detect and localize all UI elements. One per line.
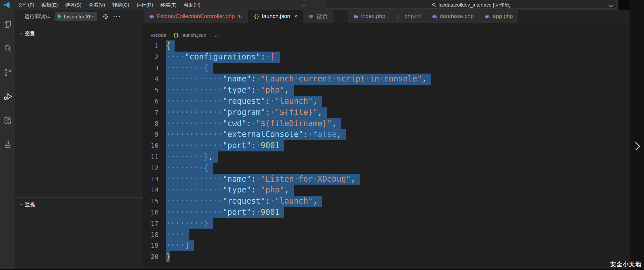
- breadcrumb-folder[interactable]: .vscode: [149, 32, 166, 38]
- command-center-text: facdatacolldev_interface [管理员]: [439, 2, 510, 8]
- tab-label: FactoryCollectionController.php: [157, 13, 235, 20]
- menu-item-1[interactable]: 编辑(E): [38, 0, 61, 10]
- menu-item-6[interactable]: 终端(T): [157, 0, 180, 10]
- code-line[interactable]: 18····: [143, 229, 630, 240]
- back-arrow-icon[interactable]: ←: [301, 2, 307, 8]
- code-line[interactable]: 1{: [143, 40, 630, 52]
- run-debug-sidebar: 运行和调试 Listen for XDebug ··· 变量 监视: [15, 10, 143, 269]
- search-icon[interactable]: [0, 36, 15, 60]
- tab-label: launch.json: [262, 13, 290, 20]
- code-line[interactable]: 19····]: [143, 240, 630, 251]
- section-divider: [15, 197, 143, 198]
- tab-gap: [333, 10, 348, 23]
- breadcrumb: .vscode › {} launch.json › …: [143, 23, 630, 40]
- selected-code: ············"program":·"${file}",: [166, 107, 327, 118]
- line-number: 15: [143, 196, 159, 207]
- menu-item-3[interactable]: 查看(V): [85, 0, 109, 10]
- tab-php.ini[interactable]: php.ini: [391, 10, 426, 23]
- code-line[interactable]: 2····"configurations":·[: [143, 52, 630, 63]
- php-elephant-icon: [353, 14, 358, 19]
- line-number: 7: [143, 107, 159, 118]
- close-icon[interactable]: ×: [294, 13, 297, 20]
- selected-code: ············"port":·9001: [166, 140, 284, 151]
- php-elephant-icon: [484, 14, 490, 19]
- line-number: 14: [143, 185, 159, 196]
- command-center-search[interactable]: facdatacolldev_interface [管理员]: [326, 1, 616, 9]
- line-number: 10: [143, 140, 159, 151]
- code-line[interactable]: 15············"request":·"launch",: [143, 196, 630, 207]
- menu-bar: 文件(F)编辑(E)选择(S)查看(V)转到(G)运行(R)终端(T)帮助(H): [14, 0, 204, 10]
- source-control-icon[interactable]: [0, 60, 15, 84]
- tab-FactoryCollectionController.php[interactable]: FactoryCollectionController.php9+: [143, 10, 248, 23]
- breadcrumb-symbol[interactable]: …: [213, 32, 218, 38]
- problem-badge: 9+: [237, 14, 243, 19]
- watch-section-header[interactable]: 监视: [15, 200, 143, 209]
- code-line[interactable]: 3········{: [143, 63, 630, 74]
- menu-item-0[interactable]: 文件(F): [14, 0, 38, 10]
- code-line[interactable]: 6············"request":·"launch",: [143, 96, 630, 107]
- line-number: 17: [143, 218, 159, 229]
- code-line[interactable]: 10············"port":·9001: [143, 140, 630, 151]
- tab-app.php[interactable]: app.php: [479, 10, 518, 23]
- gear-icon[interactable]: [102, 13, 109, 20]
- code-line[interactable]: 9············"externalConsole":·false,: [143, 129, 630, 140]
- code-line[interactable]: 7············"program":·"${file}",: [143, 107, 630, 118]
- php-elephant-icon: [149, 14, 154, 19]
- code-line[interactable]: 16············"port":·9001: [143, 207, 630, 218]
- debug-toolbar: 运行和调试 Listen for XDebug ···: [15, 10, 143, 23]
- settings-icon: [308, 14, 314, 19]
- tab-label: index.php: [361, 13, 385, 20]
- variables-section-label: 变量: [25, 31, 35, 37]
- next-chevron-icon[interactable]: [632, 142, 640, 150]
- code-line[interactable]: 5············"type":·"php",: [143, 85, 630, 96]
- watch-section-label: 监视: [25, 201, 35, 208]
- more-actions-icon[interactable]: ···: [113, 15, 121, 18]
- ini-icon: [396, 14, 402, 19]
- code-line[interactable]: 13············"name":·"Listen·for·XDebug…: [143, 174, 630, 185]
- selected-code: ········{: [166, 163, 213, 174]
- variables-section-header[interactable]: 变量: [15, 29, 143, 38]
- history-nav: ← →: [301, 0, 318, 10]
- selected-code: ············"cwd":·"${fileDirname}",: [166, 118, 341, 129]
- code-line[interactable]: 17········}: [143, 218, 630, 229]
- selected-code: ············"port":·9001: [166, 207, 284, 218]
- forward-arrow-icon[interactable]: →: [312, 2, 318, 8]
- menu-item-5[interactable]: 运行(R): [133, 0, 157, 10]
- line-number: 8: [143, 118, 159, 129]
- run-debug-icon[interactable]: [0, 84, 15, 108]
- code-line[interactable]: 4············"name":·"Launch·current·scr…: [143, 74, 630, 85]
- start-debug-icon[interactable]: [58, 14, 62, 19]
- line-number: 9: [143, 129, 159, 140]
- tab-设置[interactable]: 设置: [303, 10, 333, 23]
- debug-config-dropdown[interactable]: Listen for XDebug: [55, 12, 97, 21]
- menu-item-2[interactable]: 选择(S): [61, 0, 85, 10]
- line-number: 20: [143, 251, 159, 262]
- menu-item-7[interactable]: 帮助(H): [180, 0, 204, 10]
- viewer-strip: [630, 0, 644, 270]
- extensions-icon[interactable]: [0, 108, 15, 132]
- tab-database.php[interactable]: database.php: [426, 10, 479, 23]
- code-line[interactable]: 11········},: [143, 151, 630, 163]
- line-number: 3: [143, 63, 159, 74]
- code-line[interactable]: 14············"type":·"php",: [143, 185, 630, 196]
- line-number: 13: [143, 174, 159, 185]
- selected-code: }: [166, 251, 170, 262]
- breadcrumb-file[interactable]: launch.json: [182, 32, 206, 38]
- code-editor[interactable]: 1{ 2····"configurations":·[ 3········{ 4…: [143, 40, 630, 269]
- line-number: 6: [143, 96, 159, 107]
- code-line[interactable]: 12········{: [143, 163, 630, 174]
- selected-code: ········}: [166, 218, 213, 229]
- tab-label: app.php: [493, 13, 513, 20]
- menu-item-4[interactable]: 转到(G): [109, 0, 133, 10]
- chevron-down-icon: [609, 3, 612, 7]
- testing-icon[interactable]: [0, 132, 15, 156]
- explorer-icon[interactable]: [0, 12, 15, 36]
- tab-index.php[interactable]: index.php: [348, 10, 391, 23]
- tab-label: php.ini: [404, 13, 421, 20]
- vscode-window: 文件(F)编辑(E)选择(S)查看(V)转到(G)运行(R)终端(T)帮助(H)…: [0, 0, 644, 270]
- code-line[interactable]: 20}: [143, 251, 630, 262]
- title-bar: 文件(F)编辑(E)选择(S)查看(V)转到(G)运行(R)终端(T)帮助(H)…: [0, 0, 630, 10]
- selected-code: ············"name":·"Launch·current·scri…: [166, 74, 431, 85]
- tab-launch.json[interactable]: {}launch.json×: [248, 10, 303, 23]
- code-line[interactable]: 8············"cwd":·"${fileDirname}",: [143, 118, 630, 129]
